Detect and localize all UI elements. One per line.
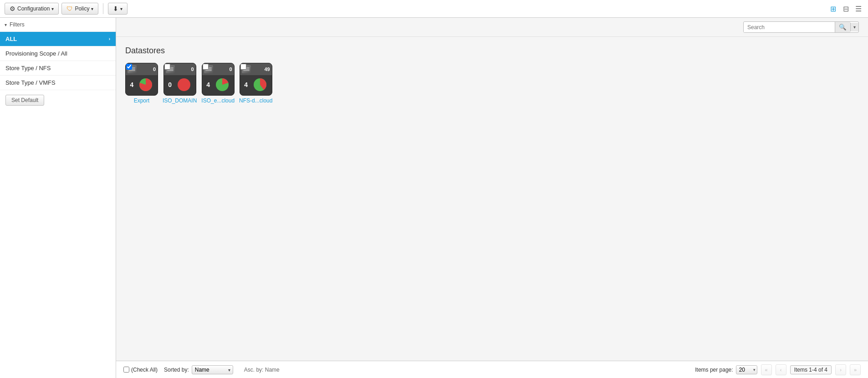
sidebar-item-store-type-vmfs[interactable]: Store Type / VMFS <box>0 76 116 90</box>
search-button[interactable]: 🔍 <box>835 22 850 32</box>
datastore-count-top: 49 <box>265 66 270 72</box>
datastore-num: 4 <box>130 81 134 88</box>
toolbar: ⚙ Configuration ▾ 🛡 Policy ▾ ⬇ ▾ ⊞ ⊟ ☰ <box>0 0 868 18</box>
svg-point-1 <box>178 78 190 91</box>
large-grid-view-button[interactable]: ⊞ <box>828 4 838 14</box>
datastore-item: 04 Export <box>125 63 158 104</box>
per-page-select-wrapper: 102050100 <box>736 365 757 374</box>
search-options-button[interactable]: ▾ <box>850 23 858 31</box>
datastores-grid: 04 Export00 ISO_DOMAIN04 ISO_e...cloud49… <box>125 63 859 104</box>
shield-icon: 🛡 <box>66 5 73 12</box>
sorted-by-section: Sorted by: NameTypeStatusFree Space <box>164 365 233 374</box>
datastore-count-top: 0 <box>191 66 194 72</box>
filters-label: Filters <box>10 21 25 28</box>
items-per-page: Items per page: 102050100 <box>695 365 757 374</box>
chevron-down-icon-3: ▾ <box>120 6 123 11</box>
datastore-item: 494 NFS-d...cloud <box>239 63 272 104</box>
datastore-label[interactable]: ISO_e...cloud <box>201 97 235 104</box>
configuration-label: Configuration <box>17 5 50 12</box>
search-box: 🔍 ▾ <box>743 21 859 33</box>
sidebar-item-vmfs-label: Store Type / VMFS <box>5 79 56 86</box>
datastore-item: 04 ISO_e...cloud <box>201 63 235 104</box>
configuration-button[interactable]: ⚙ Configuration ▾ <box>5 3 59 15</box>
datastore-num: 0 <box>168 81 172 88</box>
search-input[interactable] <box>744 22 835 32</box>
download-button[interactable]: ⬇ ▾ <box>108 3 128 15</box>
datastore-label[interactable]: ISO_DOMAIN <box>163 97 197 104</box>
content-area: 🔍 ▾ Datastores 04 Export00 ISO_DOMAIN04 … <box>116 18 868 378</box>
sidebar-item-provisioning-scope[interactable]: Provisioning Scope / All <box>0 46 116 61</box>
sidebar-item-store-type-nfs[interactable]: Store Type / NFS <box>0 61 116 76</box>
check-all-text: (Check All) <box>131 367 158 373</box>
policy-button[interactable]: 🛡 Policy ▾ <box>61 3 98 15</box>
all-chevron-icon: › <box>109 36 110 41</box>
sidebar: ▾ Filters ALL › Provisioning Scope / All… <box>0 18 116 378</box>
toolbar-separator <box>103 3 103 14</box>
datastore-checkbox[interactable] <box>126 64 132 70</box>
sorted-by-label: Sorted by: <box>164 367 189 373</box>
datastore-icon-bottom: 4 <box>202 74 234 95</box>
first-page-button[interactable]: « <box>761 364 772 375</box>
search-icon: 🔍 <box>839 24 847 31</box>
sidebar-item-all-label: ALL <box>5 36 17 42</box>
main-layout: ▾ Filters ALL › Provisioning Scope / All… <box>0 18 868 378</box>
sort-select[interactable]: NameTypeStatusFree Space <box>192 365 233 374</box>
chevron-down-icon: ▾ <box>51 6 54 11</box>
items-per-page-label: Items per page: <box>695 367 733 373</box>
asc-label: Asc. by: Name <box>244 367 280 373</box>
pagination: Items per page: 102050100 « ‹ Items 1-4 … <box>695 364 861 375</box>
set-default-button[interactable]: Set Default <box>5 95 44 106</box>
datastore-icon-bottom: 0 <box>164 74 196 95</box>
check-all-checkbox[interactable] <box>123 367 129 373</box>
sort-select-wrapper: NameTypeStatusFree Space <box>192 365 233 374</box>
datastore-count-top: 0 <box>153 66 156 72</box>
datastore-num: 4 <box>244 81 248 88</box>
policy-label: Policy <box>75 5 89 12</box>
datastore-pie-chart <box>138 77 153 92</box>
datastore-pie-chart <box>253 77 267 92</box>
datastore-count-top: 0 <box>230 66 232 72</box>
page-info: Items 1-4 of 4 <box>790 365 832 374</box>
datastore-icon-wrapper: 00 <box>163 63 196 96</box>
list-view-button[interactable]: ☰ <box>853 4 863 14</box>
small-grid-view-button[interactable]: ⊟ <box>841 4 851 14</box>
content-header: 🔍 ▾ <box>116 18 868 37</box>
content-body: Datastores 04 Export00 ISO_DOMAIN04 ISO_… <box>116 37 868 361</box>
per-page-select[interactable]: 102050100 <box>736 365 757 374</box>
download-icon: ⬇ <box>113 5 118 12</box>
sidebar-item-provisioning-label: Provisioning Scope / All <box>5 50 67 57</box>
datastore-icon-wrapper: 494 <box>240 63 272 96</box>
last-page-button[interactable]: » <box>850 364 861 375</box>
datastore-icon-wrapper: 04 <box>125 63 158 96</box>
datastore-checkbox[interactable] <box>240 64 246 70</box>
datastore-checkbox[interactable] <box>203 64 209 70</box>
datastore-icon-bottom: 4 <box>126 74 158 95</box>
section-title: Datastores <box>125 46 859 56</box>
sidebar-item-all[interactable]: ALL › <box>0 32 116 46</box>
datastore-checkbox[interactable] <box>164 64 170 70</box>
filters-header[interactable]: ▾ Filters <box>0 18 116 32</box>
gear-icon: ⚙ <box>10 5 15 12</box>
prev-page-button[interactable]: ‹ <box>776 364 786 375</box>
view-mode-buttons: ⊞ ⊟ ☰ <box>828 4 863 14</box>
set-default-section: Set Default <box>0 90 116 110</box>
datastore-pie-chart <box>177 77 191 92</box>
sidebar-item-nfs-label: Store Type / NFS <box>5 65 51 72</box>
datastore-num: 4 <box>206 81 210 88</box>
datastore-icon-wrapper: 04 <box>202 63 235 96</box>
datastore-label[interactable]: Export <box>134 97 150 104</box>
datastore-pie-chart <box>215 77 230 92</box>
datastore-label[interactable]: NFS-d...cloud <box>239 97 272 104</box>
datastore-item: 00 ISO_DOMAIN <box>163 63 197 104</box>
chevron-down-icon-2: ▾ <box>91 6 93 11</box>
filters-arrow: ▾ <box>5 22 7 27</box>
content-footer: (Check All) Sorted by: NameTypeStatusFre… <box>116 361 868 378</box>
next-page-button[interactable]: › <box>835 364 846 375</box>
datastore-icon-bottom: 4 <box>240 74 272 95</box>
check-all-label[interactable]: (Check All) <box>123 367 158 373</box>
